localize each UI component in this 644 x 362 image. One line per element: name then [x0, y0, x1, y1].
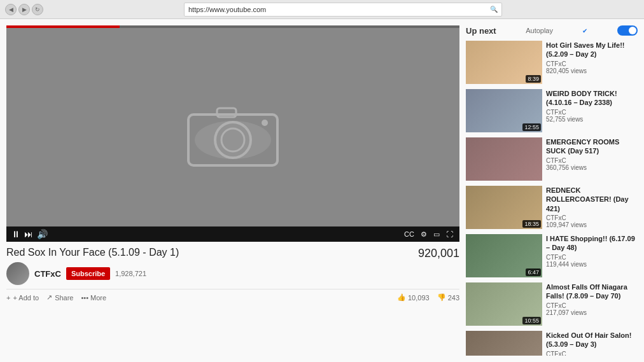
add-label: + Add to — [13, 294, 39, 302]
item-title: EMERGENCY ROOMS SUCK (Day 517) — [546, 137, 638, 156]
video-actions: + + Add to ↗ Share ••• More 👍 10,093 👎 — [6, 289, 459, 302]
item-views: 119,444 views — [546, 261, 638, 268]
search-go-button[interactable]: 🔍 — [490, 6, 498, 13]
video-item[interactable]: 10:55 Almost Falls Off Niagara Falls! (7… — [466, 282, 638, 326]
page-content: ⏸ ⏭ 🔊 CC ⚙ ▭ ⛶ Red Sox In Your Face (5.1… — [0, 19, 644, 362]
item-channel: CTFxC — [546, 254, 638, 261]
next-button[interactable]: ⏭ — [24, 229, 33, 239]
fullscreen-button[interactable]: ⛶ — [446, 230, 453, 238]
duration-badge: 18:35 — [522, 220, 541, 228]
browser-chrome: ◀ ▶ ↻ https://www.youtube.com 🔍 — [0, 0, 644, 19]
duration-badge: 6:47 — [526, 268, 541, 276]
item-title: REDNECK ROLLERCOASTER! (Day 421) — [546, 186, 638, 213]
volume-button[interactable]: 🔊 — [37, 229, 48, 239]
camera-icon — [182, 99, 284, 169]
duration-badge: 10:55 — [522, 317, 541, 324]
svg-point-5 — [195, 121, 271, 159]
url-text: https://www.youtube.com — [188, 6, 490, 13]
autoplay-toggle[interactable] — [617, 25, 638, 36]
more-button[interactable]: ••• More — [81, 294, 106, 302]
item-views: 52,755 views — [546, 116, 638, 123]
more-label: ••• More — [81, 294, 106, 302]
dislike-count: 243 — [448, 294, 459, 302]
duration-badge: 8:39 — [526, 75, 541, 83]
cc-button[interactable]: CC — [404, 230, 414, 238]
up-next-header: Up next Autoplay ✔ — [466, 25, 638, 36]
item-title: Kicked Out Of Hair Salon! (5.3.09 – Day … — [546, 331, 638, 349]
share-icon: ↗ — [46, 293, 52, 302]
item-title: Almost Falls Off Niagara Falls! (7.8.09 … — [546, 282, 638, 301]
video-item-info: EMERGENCY ROOMS SUCK (Day 517) CTFxC 360… — [546, 137, 638, 181]
item-channel: CTFxC — [546, 302, 638, 309]
thumbnail-4: 6:47 — [466, 234, 542, 277]
svg-point-4 — [262, 120, 268, 126]
video-list: 8:39 Hot Girl Saves My Life!! (5.2.09 – … — [466, 41, 638, 356]
item-channel: CTFxC — [546, 157, 638, 164]
thumbnail-0: 8:39 — [466, 41, 542, 84]
item-views: 360,756 views — [546, 164, 638, 171]
view-count: 920,001 — [418, 247, 459, 260]
add-to-button[interactable]: + + Add to — [6, 294, 39, 302]
item-views: 217,097 views — [546, 309, 638, 316]
dislike-button[interactable]: 👎 243 — [437, 293, 459, 302]
item-channel: CTFxC — [546, 60, 638, 67]
settings-button[interactable]: ⚙ — [421, 230, 427, 239]
like-button[interactable]: 👍 10,093 — [397, 293, 430, 302]
video-controls: ⏸ ⏭ 🔊 CC ⚙ ▭ ⛶ — [6, 226, 459, 242]
video-title: Red Sox In Your Face (5.1.09 - Day 1) — [6, 247, 179, 258]
thumbnail-2 — [466, 137, 542, 181]
main-content: ⏸ ⏭ 🔊 CC ⚙ ▭ ⛶ Red Sox In Your Face (5.1… — [6, 25, 459, 356]
video-player[interactable]: ⏸ ⏭ 🔊 CC ⚙ ▭ ⛶ — [6, 25, 459, 242]
autoplay-label: Autoplay — [526, 27, 553, 34]
theater-mode-button[interactable]: ▭ — [433, 230, 440, 239]
video-placeholder — [6, 25, 459, 242]
video-item-info: I HATE Shopping!! (6.17.09 – Day 48) CTF… — [546, 234, 638, 277]
video-item[interactable]: 6:47 I HATE Shopping!! (6.17.09 – Day 48… — [466, 234, 638, 277]
up-next-label: Up next — [466, 26, 496, 36]
video-item-info: WEIRD BODY TRICK! (4.10.16 – Day 2338) C… — [546, 89, 638, 132]
subscriber-count: 1,928,721 — [115, 270, 146, 277]
video-info: Red Sox In Your Face (5.1.09 - Day 1) 92… — [6, 242, 459, 307]
item-channel: CTFxC — [546, 109, 638, 116]
item-channel: CTFxC — [546, 351, 638, 356]
nav-buttons: ◀ ▶ ↻ — [5, 4, 43, 15]
share-label: Share — [55, 294, 73, 302]
avatar-image — [6, 262, 29, 285]
pause-button[interactable]: ⏸ — [11, 229, 20, 239]
video-item[interactable]: 18:35 REDNECK ROLLERCOASTER! (Day 421) C… — [466, 186, 638, 229]
item-views: 109,947 views — [546, 221, 638, 228]
video-item[interactable]: 8:39 Hot Girl Saves My Life!! (5.2.09 – … — [466, 41, 638, 84]
thumbs-up-icon: 👍 — [397, 293, 406, 302]
progress-bar[interactable] — [6, 25, 459, 28]
back-button[interactable]: ◀ — [5, 4, 17, 15]
channel-row: CTFxC Subscribe 1,928,721 — [6, 262, 459, 285]
sidebar: Up next Autoplay ✔ 8:39 Hot Girl Saves M… — [466, 25, 638, 356]
toggle-knob — [629, 27, 636, 34]
video-item[interactable]: 12:55 WEIRD BODY TRICK! (4.10.16 – Day 2… — [466, 89, 638, 132]
duration-badge: 12:55 — [522, 123, 541, 131]
share-button[interactable]: ↗ Share — [46, 293, 73, 302]
subscribe-button[interactable]: Subscribe — [66, 267, 110, 280]
channel-avatar[interactable] — [6, 262, 29, 285]
add-icon: + — [6, 294, 10, 302]
item-title: Hot Girl Saves My Life!! (5.2.09 – Day 2… — [546, 41, 638, 59]
item-title: I HATE Shopping!! (6.17.09 – Day 48) — [546, 234, 638, 253]
video-item-info: Hot Girl Saves My Life!! (5.2.09 – Day 2… — [546, 41, 638, 84]
channel-name[interactable]: CTFxC — [34, 269, 61, 279]
item-channel: CTFxC — [546, 214, 638, 221]
thumbs-down-icon: 👎 — [437, 293, 446, 302]
video-item-info: Almost Falls Off Niagara Falls! (7.8.09 … — [546, 282, 638, 326]
item-title: WEIRD BODY TRICK! (4.10.16 – Day 2338) — [546, 89, 638, 108]
video-item[interactable]: 6:55 Kicked Out Of Hair Salon! (5.3.09 –… — [466, 331, 638, 356]
address-bar[interactable]: https://www.youtube.com 🔍 — [184, 3, 502, 17]
progress-fill — [6, 25, 120, 28]
video-item[interactable]: EMERGENCY ROOMS SUCK (Day 517) CTFxC 360… — [466, 137, 638, 181]
thumbnail-6: 6:55 — [466, 331, 542, 356]
forward-button[interactable]: ▶ — [18, 4, 30, 15]
verified-icon: ✔ — [582, 27, 587, 34]
like-count: 10,093 — [408, 294, 430, 302]
thumbnail-5: 10:55 — [466, 282, 542, 326]
refresh-button[interactable]: ↻ — [32, 4, 43, 15]
thumbnail-1: 12:55 — [466, 89, 542, 132]
thumbnail-3: 18:35 — [466, 186, 542, 229]
